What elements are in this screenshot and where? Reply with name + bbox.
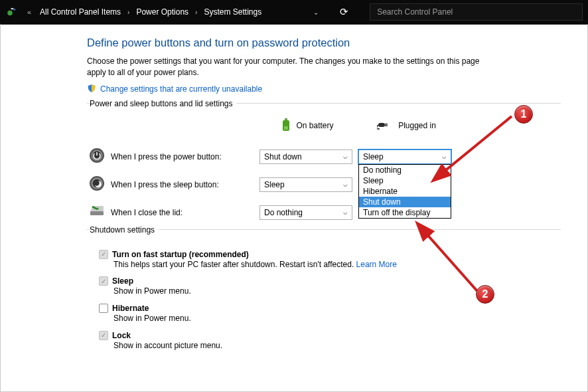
dropdown-option[interactable]: Hibernate	[359, 186, 451, 197]
row-label-power: When I press the power button:	[107, 152, 259, 161]
shield-icon	[87, 84, 96, 95]
select-lid-battery[interactable]: Do nothing	[259, 205, 352, 220]
checkbox-sleep[interactable]	[99, 276, 108, 286]
svg-point-2	[13, 9, 15, 11]
shutdown-option-title: Hibernate	[112, 304, 149, 313]
checkbox-fast-startup[interactable]	[99, 250, 108, 259]
shutdown-option-title: Sleep	[112, 276, 133, 286]
page-title: Define power buttons and turn on passwor…	[87, 37, 561, 49]
svg-rect-3	[285, 118, 287, 120]
checkbox-hibernate[interactable]	[99, 304, 108, 313]
dropdown-list-power-plugged: Do nothing Sleep Hibernate Shut down Tur…	[358, 164, 451, 219]
back-chevrons-icon[interactable]: «	[23, 5, 36, 19]
shutdown-option: Hibernate Show in Power menu.	[99, 304, 561, 324]
chevron-right-icon: ›	[125, 9, 132, 16]
section-header-power-lid: Power and sleep buttons and lid settings	[90, 96, 236, 111]
battery-icon	[281, 118, 291, 134]
shutdown-option-title: Lock	[112, 331, 131, 340]
breadcrumb[interactable]: All Control Panel Items	[40, 7, 121, 17]
shutdown-option: Lock Show in account picture menu.	[99, 331, 561, 351]
section-header-shutdown: Shutdown settings	[90, 223, 159, 237]
svg-rect-7	[385, 124, 388, 125]
row-label-sleep: When I press the sleep button:	[107, 180, 259, 189]
annotation-badge-1: 1	[514, 105, 533, 124]
shutdown-option: Turn on fast startup (recommended) This …	[99, 250, 561, 270]
select-power-battery[interactable]: Shut down	[259, 149, 352, 164]
select-power-plugged[interactable]: Sleep	[358, 149, 451, 164]
titlebar: « All Control Panel Items › Power Option…	[0, 0, 588, 24]
dropdown-option[interactable]: Turn off the display	[359, 207, 451, 218]
app-icon	[5, 5, 19, 19]
content-panel: Define power buttons and turn on passwor…	[0, 24, 588, 392]
col-header-plugged: Plugged in	[398, 121, 436, 130]
shutdown-option-sub: Show in Power menu.	[113, 313, 561, 324]
checkbox-lock[interactable]	[99, 331, 108, 340]
learn-more-link[interactable]: Learn More	[356, 260, 397, 269]
breadcrumb[interactable]: System Settings	[204, 7, 261, 17]
svg-rect-8	[385, 125, 388, 126]
svg-rect-15	[90, 211, 104, 215]
svg-rect-5	[284, 126, 288, 130]
page-description: Choose the power settings that you want …	[87, 56, 485, 78]
svg-rect-6	[378, 123, 385, 127]
row-label-lid: When I close the lid:	[107, 208, 259, 217]
chevron-down-icon[interactable]: ⌄	[313, 9, 319, 16]
chevron-right-icon: ›	[192, 9, 200, 16]
col-header-battery: On battery	[296, 121, 333, 130]
sleep-button-icon	[89, 175, 105, 193]
shutdown-option-title: Turn on fast startup (recommended)	[112, 250, 249, 259]
breadcrumb[interactable]: Power Options	[136, 7, 188, 17]
refresh-icon[interactable]: ⟳	[340, 6, 348, 18]
search-input[interactable]: Search Control Panel	[370, 3, 583, 21]
change-settings-link[interactable]: Change settings that are currently unava…	[100, 84, 262, 94]
dropdown-option[interactable]: Shut down	[359, 197, 451, 207]
select-sleep-battery[interactable]: Sleep	[259, 177, 352, 192]
dropdown-option[interactable]: Sleep	[359, 175, 451, 186]
lid-icon	[88, 205, 106, 220]
shutdown-option-sub: This helps start your PC faster after sh…	[113, 260, 356, 269]
svg-rect-1	[11, 8, 14, 9]
plug-icon	[377, 120, 393, 132]
dropdown-option[interactable]: Do nothing	[359, 165, 451, 175]
shutdown-option-sub: Show in account picture menu.	[113, 340, 561, 351]
annotation-badge-2: 2	[476, 285, 494, 304]
power-button-icon	[89, 147, 105, 165]
svg-point-0	[7, 11, 13, 16]
